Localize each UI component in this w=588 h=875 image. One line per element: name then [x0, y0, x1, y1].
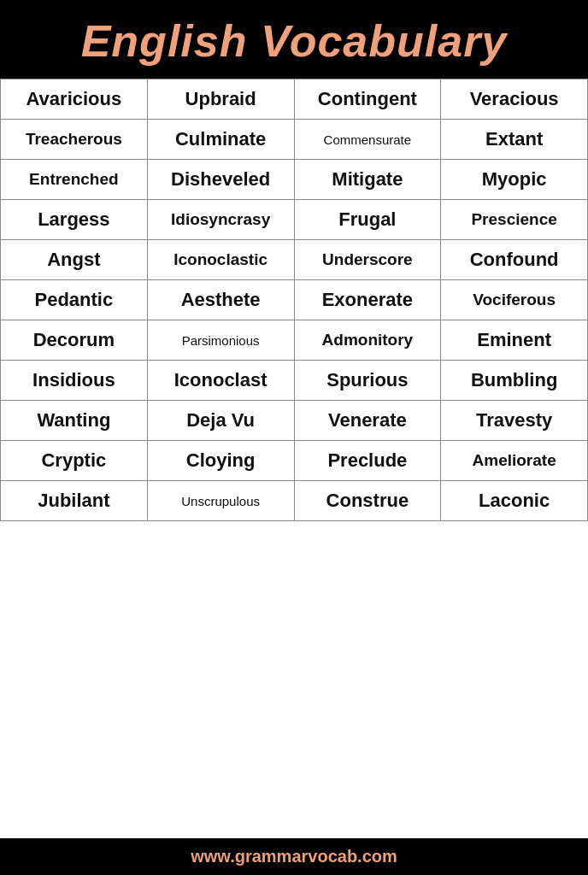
vocab-cell: Confound [441, 240, 588, 280]
page-header: English Vocabulary [0, 0, 588, 79]
table-row: AvariciousUpbraidContingentVeracious [1, 79, 588, 120]
table-row: WantingDeja VuVenerateTravesty [1, 401, 588, 441]
vocab-cell: Disheveled [147, 160, 294, 200]
vocab-cell: Laconic [441, 481, 588, 521]
vocab-cell: Culminate [147, 120, 294, 160]
vocab-cell: Commensurate [294, 120, 441, 160]
vocab-cell: Ameliorate [441, 441, 588, 481]
vocab-cell: Preclude [294, 441, 441, 481]
vocab-cell: Entrenched [1, 160, 148, 200]
vocab-cell: Construe [294, 481, 441, 521]
vocab-cell: Veracious [441, 79, 588, 120]
table-row: InsidiousIconoclastSpuriousBumbling [1, 361, 588, 401]
table-row: CrypticCloyingPrecludeAmeliorate [1, 441, 588, 481]
page-title: English Vocabulary [9, 15, 579, 67]
vocab-cell: Deja Vu [147, 401, 294, 441]
vocab-cell: Parsimonious [147, 320, 294, 361]
page-footer: www.grammarvocab.com [0, 838, 588, 875]
vocab-cell: Contingent [294, 79, 441, 120]
vocab-cell: Spurious [294, 361, 441, 401]
vocab-cell: Jubilant [1, 481, 148, 521]
vocab-cell: Insidious [1, 361, 148, 401]
vocab-cell: Vociferous [441, 280, 588, 320]
vocab-cell: Avaricious [1, 79, 148, 120]
footer-url: www.grammarvocab.com [191, 847, 397, 866]
vocab-cell: Exonerate [294, 280, 441, 320]
vocab-cell: Treacherous [1, 120, 148, 160]
vocab-cell: Decorum [1, 320, 148, 361]
vocab-cell: Iconoclast [147, 361, 294, 401]
vocab-cell: Underscore [294, 240, 441, 280]
table-row: JubilantUnscrupulousConstrueLaconic [1, 481, 588, 521]
vocab-cell: Cryptic [1, 441, 148, 481]
vocab-cell: Idiosyncrasy [147, 200, 294, 240]
vocab-cell: Largess [1, 200, 148, 240]
vocab-cell: Myopic [441, 160, 588, 200]
vocab-cell: Wanting [1, 401, 148, 441]
table-row: EntrenchedDisheveledMitigateMyopic [1, 160, 588, 200]
vocab-cell: Unscrupulous [147, 481, 294, 521]
vocab-table: AvariciousUpbraidContingentVeraciousTrea… [0, 79, 588, 521]
vocab-cell: Iconoclastic [147, 240, 294, 280]
table-row: PedanticAestheteExonerateVociferous [1, 280, 588, 320]
vocab-cell: Admonitory [294, 320, 441, 361]
vocab-cell: Upbraid [147, 79, 294, 120]
vocab-cell: Angst [1, 240, 148, 280]
vocab-cell: Aesthete [147, 280, 294, 320]
vocab-cell: Frugal [294, 200, 441, 240]
vocab-cell: Cloying [147, 441, 294, 481]
table-row: TreacherousCulminateCommensurateExtant [1, 120, 588, 160]
vocab-cell: Eminent [441, 320, 588, 361]
vocab-cell: Venerate [294, 401, 441, 441]
vocab-cell: Bumbling [441, 361, 588, 401]
vocab-table-container: AvariciousUpbraidContingentVeraciousTrea… [0, 79, 588, 838]
table-row: AngstIconoclasticUnderscoreConfound [1, 240, 588, 280]
vocab-cell: Prescience [441, 200, 588, 240]
table-row: LargessIdiosyncrasyFrugalPrescience [1, 200, 588, 240]
vocab-cell: Extant [441, 120, 588, 160]
vocab-cell: Pedantic [1, 280, 148, 320]
table-row: DecorumParsimoniousAdmonitoryEminent [1, 320, 588, 361]
vocab-cell: Mitigate [294, 160, 441, 200]
vocab-cell: Travesty [441, 401, 588, 441]
